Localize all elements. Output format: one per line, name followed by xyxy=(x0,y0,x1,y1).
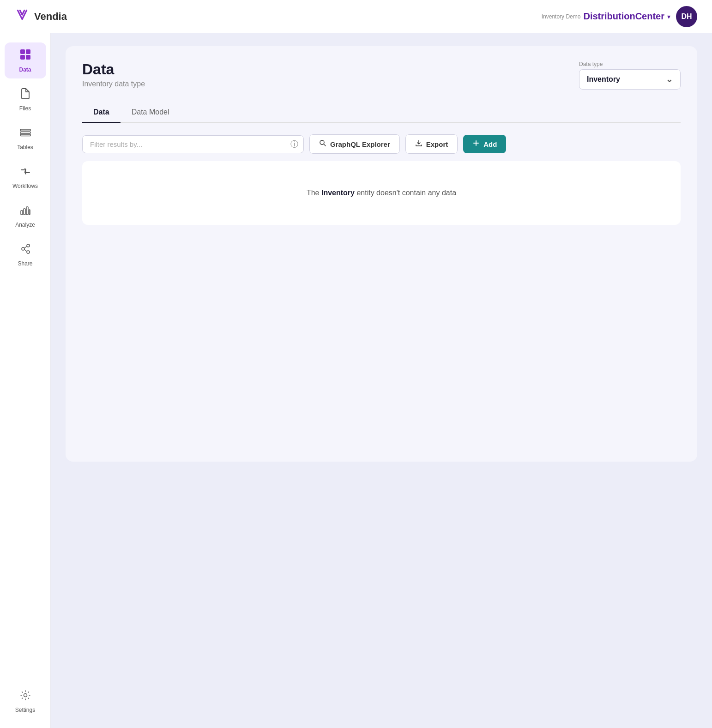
svg-point-13 xyxy=(27,251,30,253)
org-demo-label: Inventory Demo xyxy=(542,13,581,20)
tabs: Data Data Model xyxy=(82,102,681,123)
page-title-area: Data Inventory data type xyxy=(82,61,145,88)
sidebar-item-data[interactable]: Data xyxy=(5,42,46,78)
add-icon xyxy=(472,139,480,149)
graphql-explorer-button[interactable]: GraphQL Explorer xyxy=(309,134,400,154)
page-header: Data Inventory data type Data type Inven… xyxy=(82,61,681,90)
dropdown-label: Data type xyxy=(579,61,681,67)
data-icon xyxy=(19,48,32,64)
org-name: DistributionCenter xyxy=(583,11,664,22)
svg-rect-8 xyxy=(24,209,25,215)
svg-rect-10 xyxy=(29,210,30,215)
empty-state-prefix: The xyxy=(307,189,321,197)
sidebar-item-tables[interactable]: Tables xyxy=(5,121,46,156)
content-card: Data Inventory data type Data type Inven… xyxy=(66,46,697,462)
page-subtitle: Inventory data type xyxy=(82,80,145,88)
sidebar-analyze-label: Analyze xyxy=(15,222,35,228)
settings-icon xyxy=(19,689,31,704)
svg-point-14 xyxy=(24,694,27,697)
search-icon xyxy=(319,139,326,149)
logo: Vendia xyxy=(15,7,67,25)
sidebar-share-label: Share xyxy=(18,260,32,267)
svg-rect-4 xyxy=(20,129,30,131)
dropdown-selected-value: Inventory xyxy=(587,75,620,84)
svg-rect-9 xyxy=(26,207,28,215)
analyze-icon xyxy=(19,204,31,219)
sidebar-settings-label: Settings xyxy=(15,707,35,713)
header-right: Inventory Demo DistributionCenter ▾ DH xyxy=(542,6,697,27)
dropdown-chevron-icon: ⌄ xyxy=(666,74,673,84)
toolbar: ⓘ GraphQL Explorer xyxy=(82,134,681,154)
export-icon xyxy=(415,139,422,149)
avatar[interactable]: DH xyxy=(676,6,697,27)
tables-icon xyxy=(19,126,31,141)
data-type-dropdown[interactable]: Inventory ⌄ xyxy=(579,69,681,90)
data-type-dropdown-container: Data type Inventory ⌄ xyxy=(579,61,681,90)
svg-rect-0 xyxy=(20,49,25,54)
tab-data[interactable]: Data xyxy=(82,102,121,123)
sidebar-workflows-label: Workflows xyxy=(12,183,38,189)
logo-text: Vendia xyxy=(34,11,67,23)
files-icon xyxy=(19,88,31,102)
filter-input[interactable] xyxy=(82,135,304,153)
sidebar-files-label: Files xyxy=(19,105,31,112)
sidebar-item-share[interactable]: Share xyxy=(5,237,46,272)
header: Vendia Inventory Demo DistributionCenter… xyxy=(0,0,712,33)
svg-rect-7 xyxy=(21,211,23,215)
layout: Data Files Tables xyxy=(0,33,712,728)
svg-rect-1 xyxy=(26,49,30,54)
main-content: Data Inventory data type Data type Inven… xyxy=(51,33,712,728)
workflows-icon xyxy=(19,165,31,180)
empty-state-suffix: entity doesn't contain any data xyxy=(355,189,456,197)
tab-data-model[interactable]: Data Model xyxy=(121,102,181,123)
sidebar-tables-label: Tables xyxy=(17,144,33,150)
svg-point-12 xyxy=(27,244,30,247)
sidebar-item-workflows[interactable]: Workflows xyxy=(5,160,46,195)
sidebar: Data Files Tables xyxy=(0,33,51,728)
sidebar-data-label: Data xyxy=(19,66,31,73)
help-icon[interactable]: ⓘ xyxy=(290,139,298,150)
svg-rect-6 xyxy=(20,134,30,136)
sidebar-item-files[interactable]: Files xyxy=(5,82,46,117)
filter-input-wrap: ⓘ xyxy=(82,135,304,153)
empty-state-entity: Inventory xyxy=(321,189,355,197)
org-switcher[interactable]: Inventory Demo DistributionCenter ▾ xyxy=(542,11,670,22)
svg-rect-2 xyxy=(20,55,25,60)
page-title: Data xyxy=(82,61,145,78)
sidebar-item-settings[interactable]: Settings xyxy=(5,684,46,719)
svg-rect-3 xyxy=(26,55,30,60)
sidebar-item-analyze[interactable]: Analyze xyxy=(5,199,46,234)
export-button[interactable]: Export xyxy=(405,134,458,154)
vendia-logo-icon xyxy=(15,7,30,25)
org-chevron-icon: ▾ xyxy=(667,13,670,20)
add-button[interactable]: Add xyxy=(463,135,506,153)
share-icon xyxy=(19,243,31,258)
svg-rect-5 xyxy=(20,132,30,134)
svg-point-11 xyxy=(22,247,24,250)
empty-state: The Inventory entity doesn't contain any… xyxy=(82,161,681,225)
